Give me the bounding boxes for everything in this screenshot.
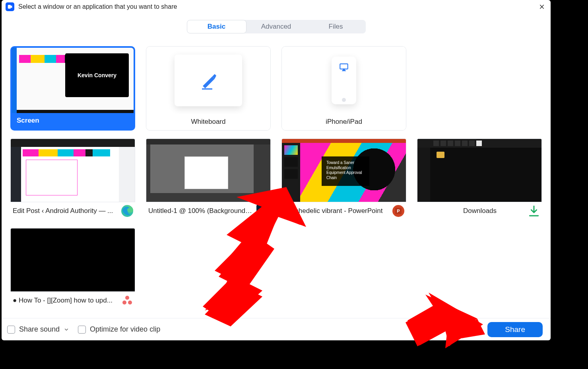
tabs: Basic Advanced Files <box>2 20 551 33</box>
zoom-app-icon <box>6 2 14 11</box>
photoshop-icon: Ps <box>256 205 269 217</box>
card-whiteboard-label: Whiteboard <box>191 118 226 126</box>
window-howto-zoom[interactable]: ● How To - [][Zoom] how to upd... <box>10 228 135 310</box>
window-label: ● How To - [][Zoom] how to upd... <box>13 297 118 305</box>
pen-icon <box>199 71 218 90</box>
slide-title: Toward a Saner Emulsification Equipment … <box>322 156 369 186</box>
svg-point-4 <box>122 301 126 305</box>
window-powerpoint[interactable]: Toward a Saner Emulsification Equipment … <box>281 139 406 220</box>
window-thumbnail <box>10 228 135 292</box>
window-label: Psychedelic vibrant - PowerPoint <box>284 207 389 215</box>
window-thumbnail <box>10 139 135 202</box>
airplay-icon <box>339 62 349 72</box>
card-whiteboard[interactable]: Whiteboard <box>146 46 271 131</box>
iphone-thumbnail <box>282 47 406 114</box>
share-grid: Kevin Convery Screen <box>10 46 542 310</box>
share-sound-label: Share sound <box>19 325 60 334</box>
svg-point-3 <box>125 296 129 300</box>
card-screen-label: Screen <box>17 117 129 125</box>
window-label: Edit Post ‹ Android Authority — ... <box>13 207 118 215</box>
optimize-label: Optimize for video clip <box>90 325 160 334</box>
svg-point-5 <box>128 301 132 305</box>
share-button[interactable]: Share <box>487 322 543 337</box>
screen-thumbnail: Kevin Convery <box>12 48 134 113</box>
window-label: Untitled-1 @ 100% (Background, ... <box>148 207 253 215</box>
edge-icon <box>121 205 134 217</box>
window-downloads[interactable]: Downloads <box>417 139 542 220</box>
tab-basic[interactable]: Basic <box>187 20 246 33</box>
dialog-title: Select a window or an application that y… <box>18 3 537 10</box>
window-label: Downloads <box>463 207 497 215</box>
participant-name: Kevin Convery <box>65 53 129 97</box>
asana-icon <box>121 294 134 307</box>
card-screen[interactable]: Kevin Convery Screen <box>10 46 135 131</box>
chevron-down-icon[interactable] <box>64 327 69 332</box>
tab-advanced[interactable]: Advanced <box>246 20 306 33</box>
window-thumbnail: Toward a Saner Emulsification Equipment … <box>281 139 406 202</box>
tab-files[interactable]: Files <box>306 20 366 33</box>
window-photoshop[interactable]: Untitled-1 @ 100% (Background, ... Ps <box>146 139 271 220</box>
window-edit-post[interactable]: Edit Post ‹ Android Authority — ... <box>10 139 135 220</box>
share-sound-checkbox[interactable]: Share sound <box>7 325 69 334</box>
optimize-checkbox[interactable]: Optimize for video clip <box>78 325 160 334</box>
powerpoint-icon: P <box>392 205 405 217</box>
card-iphone-ipad[interactable]: iPhone/iPad <box>281 46 406 131</box>
window-thumbnail <box>417 139 542 202</box>
whiteboard-thumbnail <box>146 47 270 114</box>
share-dialog: Select a window or an application that y… <box>2 0 551 340</box>
dialog-header: Select a window or an application that y… <box>2 0 551 13</box>
window-thumbnail <box>146 139 271 202</box>
dialog-footer: Share sound Optimize for video clip Shar… <box>2 318 551 340</box>
close-button[interactable] <box>537 2 547 12</box>
download-icon <box>528 205 540 217</box>
svg-rect-0 <box>202 88 212 90</box>
card-iphone-label: iPhone/iPad <box>326 118 362 126</box>
